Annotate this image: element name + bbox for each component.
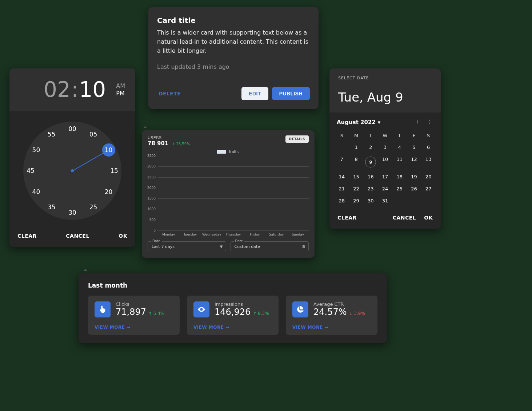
ampm-pm[interactable]: PM <box>116 90 125 97</box>
calendar-day[interactable]: 1 <box>349 142 364 153</box>
chart-value: 78 901 <box>148 140 168 147</box>
calendar-day[interactable]: 24 <box>378 183 392 194</box>
month-select[interactable]: August 2022 ▾ <box>337 119 380 126</box>
date-range-select[interactable]: Date Last 7 days ▼ <box>148 241 226 251</box>
calendar-day[interactable]: 3 <box>378 142 392 153</box>
users-chart-panel: USERS 78 901 ↑ 26,59% DETAILS Traffic 05… <box>142 130 315 258</box>
view-more-link[interactable]: VIEW MORE <box>95 325 173 330</box>
stat-value: 71,897 <box>116 307 146 317</box>
view-more-link[interactable]: VIEW MORE <box>193 325 272 330</box>
clock-face[interactable]: 000510152025303540455055 <box>23 122 121 220</box>
clock-minute-40[interactable]: 40 <box>29 185 43 198</box>
chart-legend: Traffic <box>148 150 309 154</box>
clock-minute-45[interactable]: 45 <box>24 164 37 177</box>
calendar-day[interactable]: 31 <box>378 195 392 206</box>
calendar-day[interactable]: 26 <box>407 183 421 194</box>
calendar-day[interactable]: 2 <box>363 142 378 153</box>
selected-date-headline: Tue, Aug 9 <box>338 90 432 104</box>
view-more-link[interactable]: VIEW MORE <box>292 325 371 330</box>
calendar-day[interactable]: 8 <box>349 154 364 170</box>
ampm-am[interactable]: AM <box>116 82 125 89</box>
calendar-day[interactable]: 21 <box>335 183 349 194</box>
stat-label: Average CTR <box>313 301 365 307</box>
calendar-day[interactable]: 15 <box>349 171 364 182</box>
calendar-day[interactable]: 7 <box>335 154 349 170</box>
calendar-day[interactable]: 5 <box>407 142 421 153</box>
date-picker: SELECT DATE Tue, Aug 9 August 2022 ▾ 〈 〉… <box>329 68 441 229</box>
calendar-day[interactable]: 17 <box>378 171 392 182</box>
chart-label: USERS <box>148 135 190 140</box>
card-updated: Last updated 3 mins ago <box>157 63 310 70</box>
clock-minute-30[interactable]: 30 <box>66 206 79 219</box>
time-hour[interactable]: 02 <box>44 77 71 102</box>
clock-hand <box>73 152 105 171</box>
calendar-day[interactable]: 19 <box>407 171 421 182</box>
clock-minute-25[interactable]: 25 <box>87 201 100 214</box>
clock-minute-10[interactable]: 10 <box>102 143 115 157</box>
stat-value: 146,926 <box>215 307 251 317</box>
card-title: Card title <box>157 16 310 25</box>
clock-minute-15[interactable]: 15 <box>108 164 121 177</box>
time-ok-button[interactable]: OK <box>119 233 127 239</box>
cursor-icon <box>95 301 111 317</box>
calendar-day[interactable]: 23 <box>363 183 378 194</box>
next-month-button[interactable]: 〉 <box>428 119 433 126</box>
stat-card: Clicks71,897↑ 5.4%VIEW MORE <box>88 296 180 335</box>
calendar-day[interactable]: 13 <box>421 154 436 170</box>
calendar-day[interactable]: 30 <box>363 195 378 206</box>
calendar-day[interactable]: 25 <box>392 183 407 194</box>
date-cancel-button[interactable]: CANCEL <box>393 215 416 221</box>
chart-delta: ↑ 26,59% <box>172 142 190 146</box>
stat-label: Impressions <box>215 301 269 307</box>
custom-date-input[interactable]: Date Custom date 🗓 <box>231 241 309 251</box>
clock-minute-55[interactable]: 55 <box>45 128 58 141</box>
publish-button[interactable]: PUBLISH <box>272 87 310 100</box>
stat-card: Impressions146,926↑ 8.3%VIEW MORE <box>187 296 279 335</box>
time-minute[interactable]: 10 <box>79 77 106 102</box>
stat-card: Average CTR24.57%↓ 3.9%VIEW MORE <box>286 296 377 335</box>
chevron-down-icon: ▼ <box>220 244 223 248</box>
calendar-day[interactable]: 9 <box>363 154 378 170</box>
card-body: This is a wider card with supporting tex… <box>157 28 310 55</box>
calendar-day[interactable]: 29 <box>349 195 364 206</box>
calendar-day[interactable]: 12 <box>407 154 421 170</box>
calendar-day[interactable]: 4 <box>392 142 407 153</box>
clock-minute-20[interactable]: 20 <box>102 185 115 198</box>
eye-icon <box>193 301 209 317</box>
clock-minute-05[interactable]: 05 <box>87 128 100 141</box>
calendar-day[interactable]: 11 <box>392 154 407 170</box>
pie-icon <box>292 301 308 317</box>
calendar-day[interactable]: 27 <box>421 183 436 194</box>
time-cancel-button[interactable]: CANCEL <box>37 233 119 239</box>
prev-month-button[interactable]: 〈 <box>414 119 419 126</box>
clock-minute-50[interactable]: 50 <box>29 143 43 157</box>
stat-label: Clicks <box>116 301 164 307</box>
stats-panel: Last month Clicks71,897↑ 5.4%VIEW MOREIm… <box>79 273 387 343</box>
content-card: Card title This is a wider card with sup… <box>148 7 319 109</box>
calendar-grid: SMTWTFS123456789101112131415161718192021… <box>329 129 441 210</box>
time-clear-button[interactable]: CLEAR <box>17 233 37 239</box>
calendar-day[interactable]: 22 <box>349 183 364 194</box>
calendar-day[interactable]: 16 <box>363 171 378 182</box>
stat-delta: ↑ 5.4% <box>148 311 164 316</box>
calendar-day[interactable]: 28 <box>335 195 349 206</box>
clock-minute-00[interactable]: 00 <box>66 122 79 135</box>
time-picker: 02 : 10 AM PM 000510152025303540455055 C… <box>9 68 135 247</box>
delete-button[interactable]: DELETE <box>157 88 182 99</box>
calendar-day[interactable]: 20 <box>421 171 436 182</box>
clock-minute-35[interactable]: 35 <box>45 201 58 214</box>
calendar-day[interactable]: 18 <box>392 171 407 182</box>
chart-plot: 0500100015002000250030003500 <box>158 156 309 230</box>
calendar-day[interactable]: 6 <box>421 142 436 153</box>
stat-value: 24.57% <box>313 307 347 317</box>
calendar-day[interactable]: 10 <box>378 154 392 170</box>
stats-title: Last month <box>88 282 377 289</box>
chart-details-button[interactable]: DETAILS <box>285 135 309 143</box>
date-ok-button[interactable]: OK <box>424 215 433 221</box>
stat-delta: ↓ 3.9% <box>349 311 365 316</box>
edit-button[interactable]: EDIT <box>241 87 268 100</box>
stat-delta: ↑ 8.3% <box>253 311 269 316</box>
select-date-label: SELECT DATE <box>338 76 432 80</box>
date-clear-button[interactable]: CLEAR <box>337 215 357 221</box>
calendar-day[interactable]: 14 <box>335 171 349 182</box>
